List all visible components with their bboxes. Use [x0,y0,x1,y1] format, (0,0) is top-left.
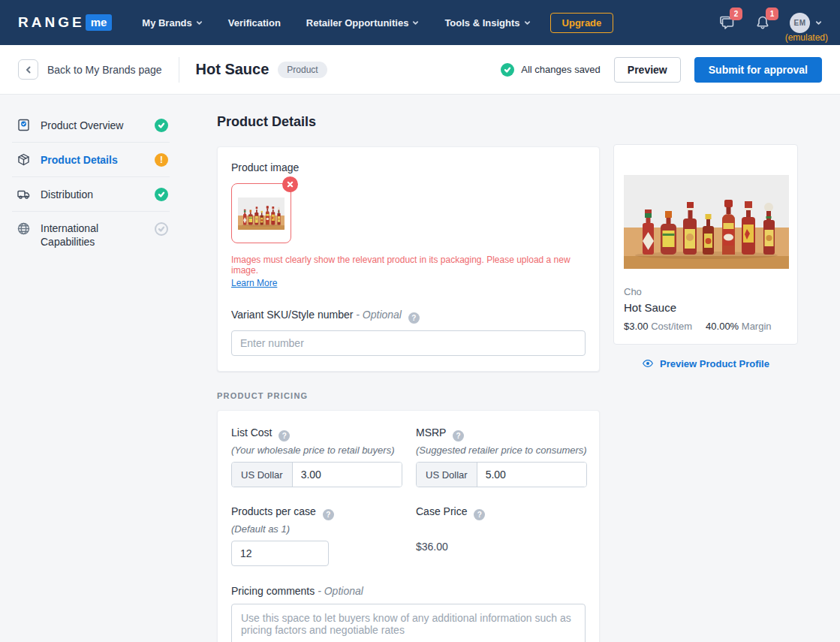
nav-item-label: Verification [228,17,281,29]
sidebar-item-international-capabilities[interactable]: International Capabilities [12,212,170,258]
help-icon[interactable] [453,430,464,442]
cost-value: $3.00 [624,321,649,332]
case-price-label: Case Price [416,505,586,520]
margin-label: Margin [742,321,772,332]
pricing-comments-field: Pricing comments - Optional 200 / 200 [231,585,586,642]
preview-product-profile-link[interactable]: Preview Product Profile [613,357,798,369]
section-title: Product Details [217,114,600,130]
rangeme-logo[interactable]: RANGE me [18,14,112,31]
page: RANGE me My Brands Verification Retailer… [0,0,840,642]
margin: 40.00% Margin [706,321,771,332]
save-status: All changes saved [501,63,601,77]
sidebar-item-label: International Capabilities [41,222,145,249]
field-label-text: MSRP [416,426,446,439]
sidebar-item-label: Distribution [41,188,145,201]
nav-item-verification[interactable]: Verification [228,17,281,29]
chevron-down-icon [196,20,203,26]
chevron-down-icon [524,20,531,26]
header-actions: All changes saved Preview Submit for app… [501,57,822,83]
emulated-label: (emulated) [785,32,828,43]
optional-tag: - Optional [318,585,363,597]
optional-tag: - Optional [356,309,402,321]
cost-label: Cost/item [651,321,692,332]
messages-button[interactable]: 2 [718,14,736,32]
help-icon[interactable] [408,312,420,324]
help-icon[interactable] [323,509,334,520]
remove-image-button[interactable] [282,176,298,192]
nav-links: My Brands Verification Retailer Opportun… [142,17,530,29]
content-area: Product Overview Product Details ! Distr… [0,95,840,642]
account-menu[interactable]: EM [790,13,822,33]
variant-sku-label: Variant SKU/Style number - Optional [231,309,586,324]
margin-value: 40.00% [706,321,739,332]
field-label-text: Case Price [416,505,467,517]
cost-per-item: $3.00 Cost/item [624,321,692,332]
sidebar-item-product-details[interactable]: Product Details ! [12,143,170,177]
chevron-left-icon [25,66,32,74]
chevron-down-icon [412,20,419,26]
nav-item-tools-insights[interactable]: Tools & Insights [444,17,530,29]
pricing-row-1: List Cost (Your wholesale price to retai… [231,426,586,487]
back-button[interactable] [18,59,38,80]
products-per-case-input[interactable] [231,541,329,566]
overview-icon [17,118,31,132]
logo-range-text: RANGE [18,14,85,31]
msrp-field: MSRP (Suggested retailer price to consum… [416,426,587,487]
page-title: Hot Sauce [196,61,269,78]
msrp-label: MSRP [416,426,587,442]
notifications-button[interactable]: 1 [754,14,772,32]
status-incomplete-icon [155,222,168,236]
truck-icon [17,187,31,201]
nav-item-label: Retailer Opportunities [306,17,409,29]
case-price-field: Case Price $36.00 [416,505,586,566]
sidebar-item-label: Product Details [41,153,145,167]
top-navbar: RANGE me My Brands Verification Retailer… [0,0,840,45]
status-complete-icon [155,188,168,201]
msrp-input-group: US Dollar [416,462,587,487]
field-label-text: List Cost [231,426,272,439]
close-icon [287,181,294,188]
sidebar-item-distribution[interactable]: Distribution [12,177,170,212]
product-image-thumbnail[interactable] [231,183,291,243]
field-label-text: Products per case [231,505,316,517]
nav-item-label: Tools & Insights [444,17,519,29]
variant-sku-field: Variant SKU/Style number - Optional [231,309,586,356]
list-cost-input[interactable] [293,463,402,487]
navbar-right: 2 1 EM [718,13,822,33]
price-summary: $3.00 Cost/item 40.00% Margin [624,321,787,332]
product-image-card: Product image Images must clearly show t… [217,146,600,372]
list-cost-hint: (Your wholesale price to retail buyers) [231,445,416,456]
pricing-comments-textarea[interactable] [231,604,586,642]
section-sidebar: Product Overview Product Details ! Distr… [12,108,170,258]
product-photo-small [238,197,285,230]
upgrade-button[interactable]: Upgrade [550,13,614,33]
msrp-input[interactable] [477,463,586,487]
avatar: EM [790,13,810,33]
globe-icon [17,222,31,236]
help-icon[interactable] [278,430,290,442]
messages-badge: 2 [730,8,742,20]
logo-me-tag: me [86,14,113,31]
product-preview-card: Cho Hot Sauce $3.00 Cost/item 40.00% Mar… [613,144,798,345]
product-preview-rail: Cho Hot Sauce $3.00 Cost/item 40.00% Mar… [613,144,798,369]
pricing-comments-label: Pricing comments - Optional [231,585,586,597]
nav-item-retailer-opportunities[interactable]: Retailer Opportunities [306,17,420,29]
eye-icon [642,357,654,369]
products-per-case-label: Products per case [231,505,416,520]
list-cost-label: List Cost [231,426,416,442]
main-column: Product Details Product image Images mus… [217,95,600,642]
nav-item-my-brands[interactable]: My Brands [142,17,202,29]
back-link[interactable]: Back to My Brands page [47,64,162,76]
submit-for-approval-button[interactable]: Submit for approval [694,57,822,83]
list-cost-input-group: US Dollar [231,462,402,487]
sidebar-item-product-overview[interactable]: Product Overview [12,108,170,143]
list-cost-field: List Cost (Your wholesale price to retai… [231,426,416,487]
image-error-message: Images must clearly show the relevant pr… [231,255,586,276]
variant-sku-input[interactable] [231,330,586,356]
learn-more-link[interactable]: Learn More [231,278,277,288]
help-icon[interactable] [474,509,485,520]
preview-button[interactable]: Preview [614,57,681,83]
save-status-text: All changes saved [521,64,601,75]
brand-name: Cho [624,286,787,297]
field-label-text: Pricing comments [231,585,315,597]
